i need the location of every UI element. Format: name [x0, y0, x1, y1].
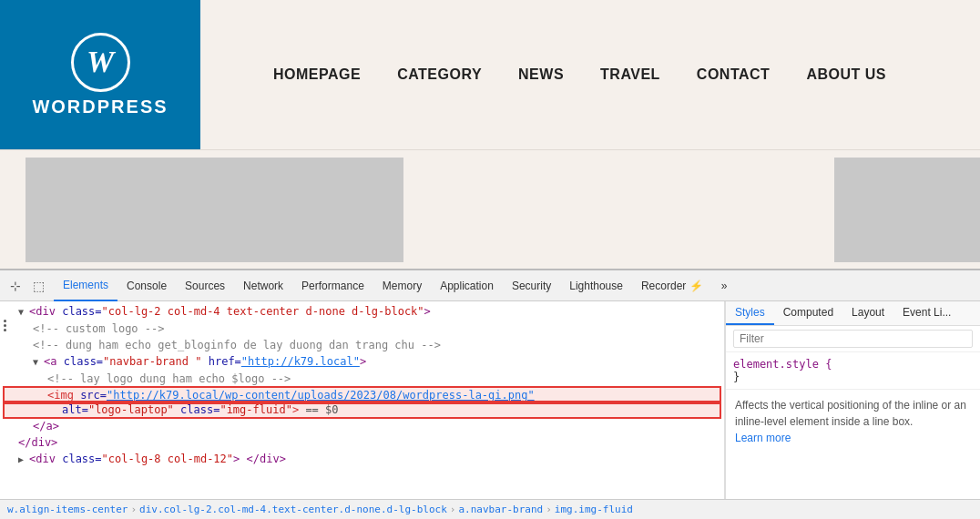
tab-lighthouse[interactable]: Lighthouse — [560, 270, 632, 301]
wp-logo-letter: W — [87, 45, 114, 79]
breadcrumb-sep-1: › — [130, 504, 137, 515]
navbar: W WORDPRESS HOMEPAGE CATEGORY NEWS TRAVE… — [0, 0, 980, 150]
styles-tab-styles[interactable]: Styles — [726, 301, 774, 325]
breadcrumb-item-4[interactable]: img.img-fluid — [555, 504, 633, 515]
tab-memory[interactable]: Memory — [373, 270, 431, 301]
breadcrumb-item-3[interactable]: a.navbar-brand — [458, 504, 543, 515]
breadcrumb-item-1[interactable]: w.align-items-center — [7, 504, 128, 515]
element-style-selector: element.style { — [733, 358, 832, 371]
styles-filter-row — [726, 326, 980, 352]
devtools-tab-bar: ⊹ ⬚ Elements Console Sources Network Per… — [0, 270, 980, 301]
code-line-8: </a> — [4, 418, 720, 434]
nav-news[interactable]: NEWS — [518, 66, 564, 83]
breadcrumb-item-2[interactable]: div.col-lg-2.col-md-4.text-center.d-none… — [139, 504, 447, 515]
styles-tab-layout[interactable]: Layout — [842, 301, 893, 325]
tab-performance[interactable]: Performance — [292, 270, 373, 301]
styles-panel: Styles Computed Layout Event Li... eleme… — [725, 301, 980, 499]
styles-content: element.style { } — [726, 352, 980, 390]
code-line-3: <!-- dung ham echo get_bloginfo de lay d… — [4, 337, 720, 353]
tab-more[interactable]: » — [712, 270, 737, 301]
styles-tab-bar: Styles Computed Layout Event Li... — [726, 301, 980, 326]
nav-aboutus[interactable]: ABOUT US — [806, 66, 886, 83]
code-line-5: <!-- lay logo dung ham echo $logo --> — [4, 371, 720, 387]
elements-panel[interactable]: ▼ <div class="col-lg-2 col-md-4 text-cen… — [0, 301, 725, 499]
content-area — [0, 150, 980, 269]
tooltip-content: Affects the vertical positioning of the … — [735, 399, 966, 428]
code-line-9: </div> — [4, 434, 720, 451]
tab-security[interactable]: Security — [503, 270, 560, 301]
tab-elements[interactable]: Elements — [54, 270, 117, 301]
logo-area: W WORDPRESS — [0, 0, 200, 149]
styles-tab-computed[interactable]: Computed — [774, 301, 842, 325]
code-line-10: ▶ <div class="col-lg-8 col-md-12"> </div… — [4, 451, 720, 468]
nav-category[interactable]: CATEGORY — [397, 66, 482, 83]
tab-network[interactable]: Network — [234, 270, 292, 301]
code-line-4: ▼ <a class="navbar-brand " href="http://… — [4, 353, 720, 371]
breadcrumb-sep-3: › — [546, 504, 552, 515]
wp-circle: W — [71, 33, 130, 92]
code-line-1: ▼ <div class="col-lg-2 col-md-4 text-cen… — [4, 303, 720, 321]
devtools-body: ▼ <div class="col-lg-2 col-md-4 text-cen… — [0, 301, 980, 499]
code-line-2: <!-- custom logo --> — [4, 321, 720, 337]
three-dot-indicator — [4, 320, 6, 331]
cursor-icon[interactable]: ⊹ — [5, 276, 26, 296]
tab-sources[interactable]: Sources — [176, 270, 234, 301]
nav-contact[interactable]: CONTACT — [697, 66, 771, 83]
breadcrumb-bar: w.align-items-center › div.col-lg-2.col-… — [0, 499, 980, 519]
tab-console[interactable]: Console — [117, 270, 176, 301]
element-style-close: } — [733, 371, 740, 383]
tab-application[interactable]: Application — [431, 270, 503, 301]
gray-box-right — [834, 158, 980, 262]
learn-more-link[interactable]: Learn more — [735, 432, 791, 444]
gray-box-left — [26, 158, 403, 262]
nav-homepage[interactable]: HOMEPAGE — [273, 66, 361, 83]
wordpress-label: WORDPRESS — [32, 97, 168, 117]
code-line-7-highlighted: alt="logo-laptop" class="img-fluid"> == … — [4, 402, 720, 418]
nav-travel[interactable]: TRAVEL — [600, 66, 660, 83]
styles-filter-input[interactable] — [733, 330, 973, 348]
inspect-icon[interactable]: ⬚ — [28, 276, 48, 296]
nav-links: HOMEPAGE CATEGORY NEWS TRAVEL CONTACT AB… — [273, 0, 886, 149]
breadcrumb-sep-2: › — [450, 504, 456, 515]
tab-recorder[interactable]: Recorder ⚡ — [632, 270, 712, 301]
styles-tab-eventli[interactable]: Event Li... — [893, 301, 960, 325]
devtools-panel: ⊹ ⬚ Elements Console Sources Network Per… — [0, 269, 980, 519]
tooltip-text-area: Affects the vertical positioning of the … — [726, 390, 980, 499]
